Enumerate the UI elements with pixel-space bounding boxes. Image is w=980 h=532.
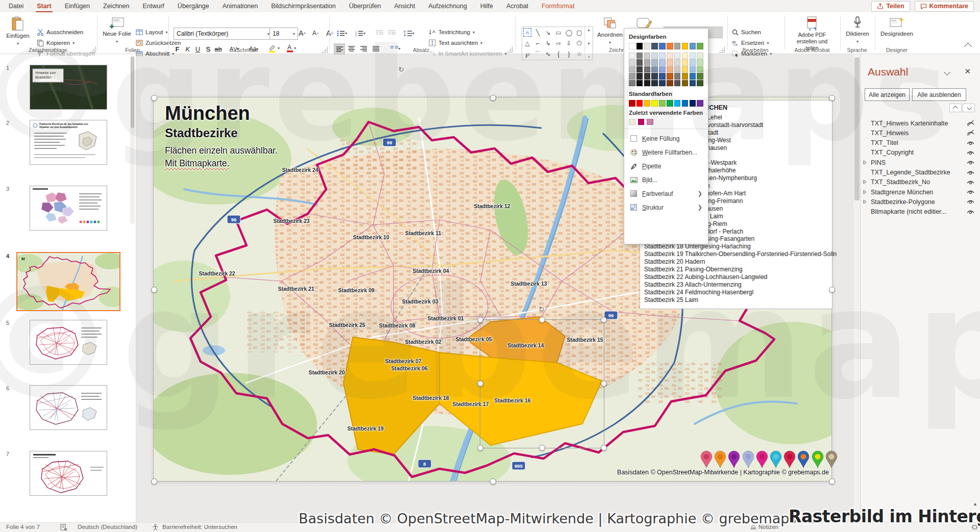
more-fill-colors-menu-item[interactable]: Weitere Füllfarben... xyxy=(629,145,703,159)
theme-variant-swatch[interactable] xyxy=(674,66,681,73)
selected-shape-group-outline[interactable] xyxy=(480,319,604,448)
selection-handle[interactable] xyxy=(151,287,157,293)
layout-button[interactable]: Layout▾ xyxy=(136,27,168,37)
visibility-eye-icon[interactable] xyxy=(961,198,980,205)
expand-arrow-icon[interactable] xyxy=(861,198,871,206)
theme-variant-swatch[interactable] xyxy=(651,53,658,59)
slide-area-scrollbar[interactable] xyxy=(853,54,861,523)
slide-thumbnail-4-selected[interactable]: M xyxy=(16,252,120,311)
cut-button[interactable]: Ausschneiden xyxy=(37,27,83,37)
find-button[interactable]: Suchen xyxy=(732,27,761,37)
font-family-combo[interactable]: Calibri (Textkörper)▾ xyxy=(174,28,273,40)
tab-bergnge[interactable]: Übergänge xyxy=(171,0,216,12)
theme-variant-swatch[interactable] xyxy=(629,59,635,66)
selection-handle[interactable] xyxy=(490,95,496,101)
font-dialog-launcher[interactable] xyxy=(322,46,328,53)
theme-variant-swatch[interactable] xyxy=(667,59,673,66)
standard-color-swatch[interactable] xyxy=(651,100,658,107)
visibility-eye-icon[interactable] xyxy=(961,159,980,166)
theme-variant-swatch[interactable] xyxy=(636,53,643,59)
theme-color-swatch[interactable] xyxy=(674,43,681,49)
standard-color-swatch[interactable] xyxy=(629,100,635,107)
selection-pane-item[interactable]: TXT_Copyright xyxy=(861,148,980,158)
visibility-hidden-icon[interactable] xyxy=(961,130,980,136)
drawing-dialog-launcher[interactable] xyxy=(719,46,725,53)
tab-animationen[interactable]: Animationen xyxy=(216,0,265,12)
visibility-eye-icon[interactable] xyxy=(961,189,980,195)
tab-start[interactable]: Start xyxy=(30,0,58,12)
theme-variant-swatch[interactable] xyxy=(697,73,703,80)
hide-all-button[interactable]: Alle ausblenden xyxy=(912,88,966,101)
theme-color-swatch[interactable] xyxy=(629,43,635,49)
clear-formatting-button[interactable]: A◊ xyxy=(324,28,336,38)
theme-variant-swatch[interactable] xyxy=(674,53,681,59)
theme-variant-swatch[interactable] xyxy=(667,53,673,59)
selection-handle[interactable] xyxy=(829,287,835,293)
selection-handle[interactable] xyxy=(490,478,496,485)
theme-variant-swatch[interactable] xyxy=(659,66,666,73)
visibility-eye-icon[interactable] xyxy=(961,140,980,146)
theme-variant-swatch[interactable] xyxy=(682,80,689,87)
theme-variant-swatch[interactable] xyxy=(690,59,696,66)
slide-thumbnail-3[interactable] xyxy=(30,186,107,231)
numbering-button[interactable]: 123▾ xyxy=(353,28,368,38)
theme-variant-swatch[interactable] xyxy=(651,66,658,73)
selection-handle[interactable] xyxy=(601,445,607,451)
theme-variant-swatch[interactable] xyxy=(651,73,658,80)
visibility-eye-icon[interactable] xyxy=(961,209,980,215)
selection-pane-item[interactable]: TXT_Titel xyxy=(861,138,980,148)
theme-variant-swatch[interactable] xyxy=(644,73,651,80)
selection-handle[interactable] xyxy=(151,478,157,485)
tab-formformat[interactable]: Formformat xyxy=(535,0,581,12)
theme-variant-swatch[interactable] xyxy=(674,59,681,66)
selection-pane-item[interactable]: PINS xyxy=(861,158,980,167)
tab-berprfen[interactable]: Überprüfen xyxy=(342,0,388,12)
visibility-eye-icon[interactable] xyxy=(961,149,980,156)
arrow-shape[interactable]: ↘ xyxy=(543,27,553,38)
pane-options-icon[interactable] xyxy=(944,69,950,75)
selection-pane-item[interactable]: TXT_Stadtbezirk_No xyxy=(861,178,980,187)
standard-color-swatch[interactable] xyxy=(682,100,689,107)
decrease-indent-button[interactable] xyxy=(374,28,385,38)
selection-handle[interactable] xyxy=(601,317,607,323)
clipboard-dialog-launcher[interactable] xyxy=(90,46,96,53)
expand-arrow-icon[interactable] xyxy=(861,159,871,166)
line-shape[interactable]: ╲ xyxy=(532,27,543,38)
visibility-eye-icon[interactable] xyxy=(961,179,980,186)
close-icon[interactable]: ✕ xyxy=(964,67,971,76)
selection-pane-item[interactable]: Bitmapkarte (nicht editier... xyxy=(861,207,980,217)
slide[interactable]: 9996998995 Stadtbezirk 24Stadtbezirk 12S… xyxy=(154,97,831,481)
theme-variant-swatch[interactable] xyxy=(697,66,703,73)
slide-thumbnail-5[interactable] xyxy=(30,320,107,365)
spellcheck-icon[interactable] xyxy=(60,524,67,531)
shrink-font-button[interactable]: A˅ xyxy=(309,28,322,38)
theme-variant-swatch[interactable] xyxy=(682,66,689,73)
selection-handle[interactable] xyxy=(601,381,607,387)
theme-color-swatch[interactable] xyxy=(667,43,673,49)
selection-handle[interactable] xyxy=(477,317,483,323)
theme-variant-swatch[interactable] xyxy=(629,73,635,80)
tab-entwurf[interactable]: Entwurf xyxy=(136,0,170,12)
shape-gallery-scrollbar[interactable]: ▲▼≡ xyxy=(584,27,593,60)
replace-button[interactable]: ab Ersetzen▾ xyxy=(732,38,769,48)
theme-color-swatch[interactable] xyxy=(697,43,703,49)
selection-handle[interactable] xyxy=(477,381,483,387)
theme-variant-swatch[interactable] xyxy=(644,59,651,66)
theme-variant-swatch[interactable] xyxy=(636,80,643,87)
theme-variant-swatch[interactable] xyxy=(667,80,673,87)
theme-variant-swatch[interactable] xyxy=(644,66,651,73)
theme-variant-swatch[interactable] xyxy=(636,66,643,73)
thumbnail-scrollbar[interactable] xyxy=(130,56,135,224)
theme-color-swatch[interactable] xyxy=(644,43,651,49)
selection-handle[interactable] xyxy=(151,95,157,101)
theme-variant-swatch[interactable] xyxy=(690,66,696,73)
paragraph-dialog-launcher[interactable] xyxy=(506,46,512,53)
selection-handle[interactable] xyxy=(477,445,483,451)
tab-zeichnen[interactable]: Zeichnen xyxy=(96,0,136,12)
grow-font-button[interactable]: A˄ xyxy=(296,28,308,38)
expand-arrow-icon[interactable] xyxy=(861,179,871,186)
recent-color-swatch[interactable] xyxy=(647,119,653,125)
move-down-button[interactable] xyxy=(963,104,975,112)
slide-title-block[interactable]: München Stadtbezirke Flächen einzeln aus… xyxy=(165,103,278,170)
tab-acrobat[interactable]: Acrobat xyxy=(500,0,535,12)
